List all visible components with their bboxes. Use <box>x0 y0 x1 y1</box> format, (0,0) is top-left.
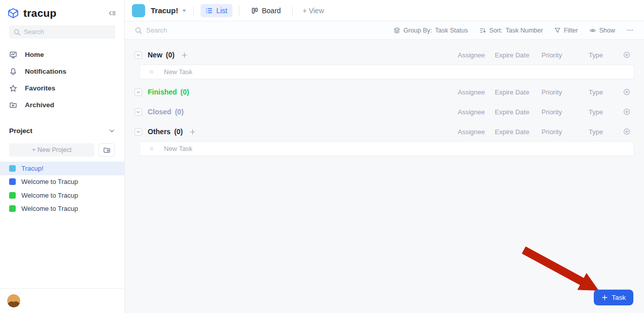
add-view-button[interactable]: + View <box>299 4 327 17</box>
sidebar-item-label: Archived <box>25 101 54 109</box>
column-expire-date: Expire Date <box>495 88 541 96</box>
tab-label: Board <box>262 7 281 15</box>
search-icon <box>135 27 142 34</box>
group-by-label: Group By: <box>403 27 432 34</box>
column-priority: Priority <box>541 108 589 116</box>
project-topbar: Tracup! List Boa <box>125 0 644 21</box>
group-name: Others <box>148 128 171 136</box>
project-section-header[interactable]: Project <box>9 127 115 135</box>
logo-row: tracup <box>0 0 124 19</box>
column-headers: Assignee Expire Date Priority Type <box>458 88 634 96</box>
add-column-icon[interactable] <box>619 108 634 115</box>
sidebar-item-notifications[interactable]: Notifications <box>0 63 124 80</box>
chevron-down-icon[interactable] <box>109 128 115 134</box>
add-task-fab-button[interactable]: Task <box>594 290 633 305</box>
board-view-icon <box>251 7 258 14</box>
sidebar-item-home[interactable]: Home <box>0 46 124 63</box>
divider <box>292 6 293 16</box>
project-color-chip <box>9 192 16 199</box>
divider <box>239 6 240 16</box>
ellipsis-icon <box>626 26 634 34</box>
collapse-group-icon[interactable] <box>134 88 142 96</box>
group-by-value: Task Status <box>435 27 468 34</box>
sort-label: Sort: <box>489 27 502 34</box>
project-dropdown-caret-icon[interactable] <box>182 8 187 13</box>
list-view-icon <box>206 7 213 14</box>
sort-control[interactable]: Sort: Task Number <box>479 27 543 34</box>
funnel-icon <box>554 27 561 34</box>
sidebar-item-label: Favorites <box>25 84 55 92</box>
project-item-welcome-3[interactable]: Welcome to Tracup <box>0 202 124 216</box>
group-name: Finished <box>148 88 177 96</box>
main-panel: Tracup! List Boa <box>125 0 644 313</box>
project-name: Tracup! <box>21 165 44 172</box>
new-task-placeholder: New Task <box>164 68 192 76</box>
more-options-button[interactable] <box>626 26 634 34</box>
collapse-group-icon[interactable] <box>134 51 142 59</box>
project-name: Welcome to Tracup <box>21 205 78 212</box>
task-group-header-closed[interactable]: Closed (0) Assignee Expire Date Priority… <box>134 104 634 119</box>
project-name: Welcome to Tracup <box>21 178 78 185</box>
task-checkbox-placeholder <box>150 147 153 150</box>
project-avatar <box>132 4 145 17</box>
sidebar-search[interactable] <box>9 25 115 39</box>
sidebar-nav: Home Notifications Favorites <box>0 46 124 113</box>
sidebar-item-favorites[interactable]: Favorites <box>0 80 124 97</box>
filter-toolbar: Group By: Task Status Sort: Task Number <box>125 21 644 40</box>
project-name: Welcome to Tracup <box>21 192 78 199</box>
new-task-row[interactable]: New Task <box>140 141 634 156</box>
task-checkbox-placeholder <box>150 70 153 74</box>
new-task-placeholder: New Task <box>164 145 192 152</box>
filter-control[interactable]: Filter <box>554 27 578 34</box>
column-type: Type <box>589 51 619 59</box>
sidebar-search-input[interactable] <box>24 28 105 36</box>
tab-list[interactable]: List <box>200 4 232 17</box>
tracup-logo-icon <box>7 7 19 19</box>
add-task-icon[interactable] <box>189 129 196 135</box>
new-task-row[interactable]: New Task <box>140 65 634 79</box>
column-assignee: Assignee <box>458 128 495 136</box>
task-list-content: New (0) Assignee Expire Date Priority Ty… <box>125 40 644 156</box>
tab-label: List <box>216 7 227 15</box>
layers-icon <box>393 27 400 34</box>
column-expire-date: Expire Date <box>495 51 541 59</box>
column-headers: Assignee Expire Date Priority Type <box>458 51 634 59</box>
tab-board[interactable]: Board <box>246 4 286 17</box>
new-project-button[interactable]: + New Project <box>9 143 94 156</box>
task-search[interactable] <box>135 26 268 34</box>
show-control[interactable]: Show <box>589 27 615 34</box>
add-column-icon[interactable] <box>619 88 634 96</box>
fab-label: Task <box>612 294 626 301</box>
new-project-row: + New Project <box>9 143 115 156</box>
add-task-icon[interactable] <box>181 52 188 58</box>
plus-icon <box>601 294 608 301</box>
column-headers: Assignee Expire Date Priority Type <box>458 108 634 116</box>
sidebar: tracup Home <box>0 0 125 313</box>
column-assignee: Assignee <box>458 88 495 96</box>
column-assignee: Assignee <box>458 51 495 59</box>
column-priority: Priority <box>541 51 589 59</box>
collapse-group-icon[interactable] <box>134 128 142 136</box>
collapse-sidebar-icon[interactable] <box>108 9 116 17</box>
archive-folder-icon <box>9 101 18 109</box>
add-column-icon[interactable] <box>619 128 634 135</box>
add-folder-button[interactable] <box>98 143 115 156</box>
task-group-header-new[interactable]: New (0) Assignee Expire Date Priority Ty… <box>134 47 634 62</box>
home-dashboard-icon <box>9 51 18 59</box>
group-name: Closed <box>148 108 172 116</box>
task-group-header-others[interactable]: Others (0) Assignee Expire Date Priority… <box>134 124 634 139</box>
column-expire-date: Expire Date <box>495 108 541 116</box>
project-item-tracup[interactable]: Tracup! <box>0 162 124 175</box>
task-group-header-finished[interactable]: Finished (0) Assignee Expire Date Priori… <box>134 84 634 100</box>
task-search-input[interactable] <box>146 26 268 34</box>
sidebar-item-label: Home <box>25 51 44 58</box>
sort-icon <box>479 27 486 34</box>
add-column-icon[interactable] <box>619 51 634 58</box>
project-item-welcome-1[interactable]: Welcome to Tracup <box>0 175 124 189</box>
user-avatar[interactable] <box>7 294 20 307</box>
bell-icon <box>9 68 18 76</box>
project-item-welcome-2[interactable]: Welcome to Tracup <box>0 189 124 202</box>
group-by-control[interactable]: Group By: Task Status <box>393 27 468 34</box>
collapse-group-icon[interactable] <box>134 108 142 116</box>
sidebar-item-archived[interactable]: Archived <box>0 97 124 113</box>
